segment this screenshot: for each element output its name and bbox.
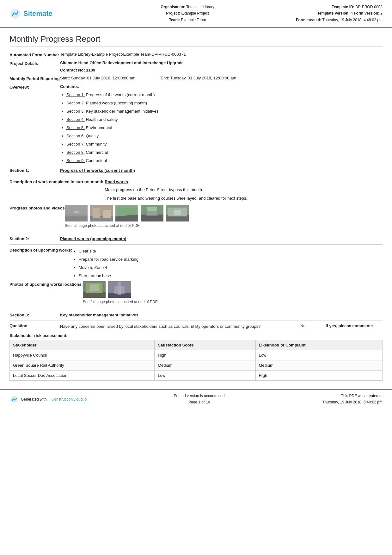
photos-upcoming-value: See full page photos attached at end of … — [83, 281, 383, 305]
question-content: Have any concerns been raised by local s… — [60, 323, 383, 330]
footer-right: This PDF was created at Thursday, 19 Jul… — [300, 393, 383, 405]
contents-link[interactable]: Section 6: — [66, 134, 85, 138]
contents-item-text: Planned works (upcoming month) — [85, 101, 147, 105]
photos-caption-1: See full page photos attached at end of … — [65, 223, 383, 229]
svg-rect-27 — [114, 286, 125, 294]
template-version-label: Template Version: — [317, 11, 349, 16]
section2-header-row: Section 2: Planned works (upcoming month… — [9, 236, 383, 241]
photo-thumb-5 — [166, 205, 189, 221]
contents-link[interactable]: Section 4: — [66, 117, 85, 122]
footer-logo-icon — [9, 396, 19, 403]
photo-thumb-1 — [65, 205, 88, 221]
contents-item-text: Health and safety — [85, 117, 118, 122]
contents-link[interactable]: Section 2: — [66, 101, 85, 105]
photos-area-1 — [65, 205, 383, 221]
photo-upcoming-1 — [83, 281, 106, 298]
form-number-value: Template Library-Example Project-Example… — [60, 52, 383, 57]
svg-rect-19 — [174, 210, 181, 215]
list-item: Move to Zone 4 — [79, 264, 383, 272]
main-content: Monthly Progress Report Automated Form N… — [0, 28, 392, 384]
contents-item-text: Community — [85, 142, 107, 147]
road-works-text1: Major progress on the Peter Street bypas… — [105, 187, 383, 193]
contract-no: Contract No: 1109 — [60, 68, 383, 72]
svg-rect-8 — [103, 210, 111, 218]
page-footer: Generated with ConstructionCloud.io Prin… — [0, 389, 392, 408]
contents-item-text: Commercial — [85, 150, 108, 155]
table-cell: High — [155, 350, 255, 360]
col-stakeholder: Stakeholder — [10, 340, 155, 350]
stakeholder-table: Stakeholder Satisfaction Score Likelihoo… — [9, 340, 383, 381]
footer-pdf-created: This PDF was created at — [300, 393, 383, 399]
list-item: Section 4: Health and safety — [66, 115, 383, 124]
stakeholder-title: Stakeholder risk assessment: — [9, 333, 383, 338]
contents-item-text: Environmental — [85, 125, 112, 130]
table-head: Stakeholder Satisfaction Score Likelihoo… — [10, 340, 383, 350]
table-header-row: Stakeholder Satisfaction Score Likelihoo… — [10, 340, 383, 350]
section1-header-row: Section 1: Progress of the works (curren… — [9, 168, 383, 173]
template-version-value: 4 — [351, 11, 353, 16]
contents-item-text: Contractual — [85, 158, 107, 163]
upcoming-works-list: Clear sitePrepare for road service marki… — [72, 247, 383, 280]
footer-center: Printed version is uncontrolled Page 1 o… — [98, 393, 300, 405]
footer-generated-text: Generated with — [21, 397, 46, 402]
photos-area-2 — [83, 281, 383, 298]
contents-link[interactable]: Section 7: — [66, 142, 85, 147]
period-row: Monthly Period Reporting Start: Sunday, … — [9, 76, 383, 81]
svg-rect-7 — [93, 208, 100, 218]
logo-area: Sitemate — [9, 8, 79, 19]
form-version-value: 2 — [380, 11, 383, 16]
form-number-row: Automated Form Number Template Library-E… — [9, 52, 383, 57]
list-item: Section 7: Community — [66, 140, 383, 148]
template-id-label: Template ID: — [332, 5, 354, 9]
contents-link[interactable]: Section 3: — [66, 109, 85, 114]
contents-title: Contents: — [60, 84, 383, 89]
desc-upcoming-row: Description of upcoming works: Clear sit… — [9, 247, 383, 280]
question-no: No — [300, 323, 319, 328]
photo-thumb-2 — [90, 205, 113, 221]
section2-label: Section 2: — [9, 236, 60, 241]
project-details-label: Project Details — [9, 60, 60, 72]
form-number-label: Automated Form Number — [9, 52, 60, 57]
project-label: Project: — [166, 11, 180, 16]
header-meta: Organisation: Template Library Project: … — [79, 4, 296, 23]
contents-link[interactable]: Section 5: — [66, 125, 85, 130]
list-item: Section 8: Commercial — [66, 148, 383, 157]
table-cell: Low — [255, 350, 382, 360]
desc-upcoming-value: Clear sitePrepare for road service marki… — [72, 247, 383, 280]
form-version-label: Form Version: — [354, 11, 379, 16]
template-id-value: DP-PROD-0003 — [355, 5, 383, 9]
contents-list: Section 1: Progress of the works (curren… — [60, 91, 383, 165]
form-created-label: Form created: — [296, 18, 321, 22]
col-satisfaction: Satisfaction Score — [155, 340, 255, 350]
contract-value: 1109 — [86, 68, 95, 72]
list-item: Section 9: Contractual — [66, 157, 383, 165]
divider-3 — [9, 321, 383, 321]
footer-left: Generated with ConstructionCloud.io — [9, 396, 98, 403]
list-item: Clear site — [79, 247, 383, 255]
list-item: Start tarmac base — [79, 272, 383, 280]
contents-link[interactable]: Section 9: — [66, 158, 85, 163]
period-end: End: Tuesday, 31 July 2018, 12:00:00 am — [161, 76, 236, 81]
table-cell: Green Square Rail Authority — [10, 360, 155, 371]
photo-thumb-3 — [115, 205, 138, 221]
contents-link[interactable]: Section 8: — [66, 150, 85, 155]
header-right: Template ID: DP-PROD-0003 Template Versi… — [296, 4, 383, 23]
table-row: Happyville CouncilHighLow — [10, 350, 383, 360]
table-cell: High — [255, 371, 382, 381]
footer-page: Page 1 of 14 — [98, 399, 300, 405]
project-details-row: Project Details Sitemate Head Office Red… — [9, 60, 383, 72]
question-ifyes: If yes, please comment:: — [326, 323, 383, 328]
section3-title: Key stakeholder management initiatives — [60, 313, 138, 317]
project-details-value: Sitemate Head Office Redevelopment and I… — [60, 60, 383, 72]
photo-thumb-4 — [141, 205, 163, 221]
svg-rect-3 — [65, 214, 88, 216]
form-created-value: Thursday, 19 July 2018, 4:48:02 pm — [322, 18, 383, 22]
photos-caption-2: See full page photos attached at end of … — [83, 299, 383, 305]
photos-upcoming-label: Photos of upcoming works locations: — [9, 281, 83, 305]
period-start: Start: Sunday, 01 July 2018, 12:00:00 am — [60, 76, 135, 81]
contents-link[interactable]: Section 1: — [66, 92, 85, 97]
list-item: Prepare for road service marking — [79, 255, 383, 264]
team-label: Team: — [169, 18, 180, 22]
org-label: Organisation: — [161, 5, 185, 9]
footer-link[interactable]: ConstructionCloud.io — [52, 397, 87, 402]
